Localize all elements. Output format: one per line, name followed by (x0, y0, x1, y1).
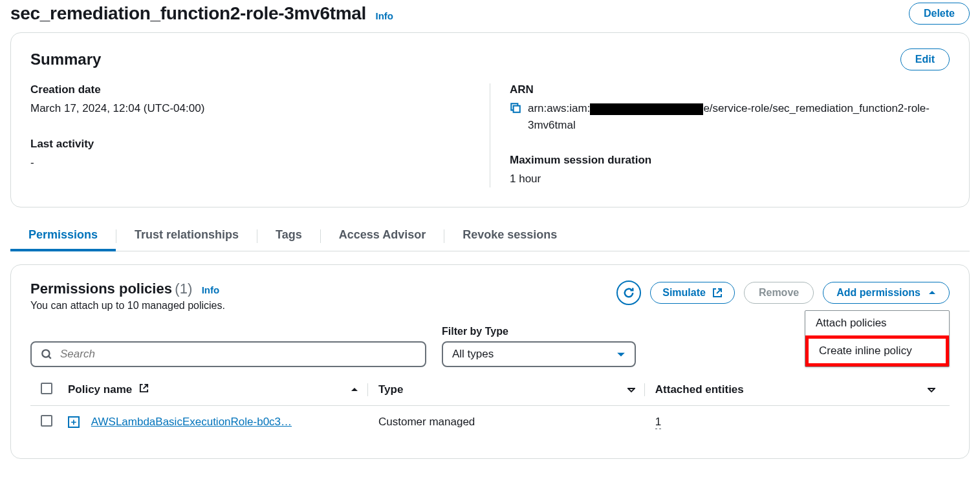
table-row: + AWSLambdaBasicExecutionRole-b0c3… Cust… (30, 405, 950, 439)
policy-link[interactable]: AWSLambdaBasicExecutionRole-b0c3… (91, 416, 292, 428)
row-type: Customer managed (373, 405, 650, 439)
caret-down-icon (616, 350, 626, 359)
summary-card: Summary Edit Creation date March 17, 202… (10, 32, 970, 207)
sort-icon (627, 386, 635, 394)
panel-info-link[interactable]: Info (202, 284, 220, 295)
row-entities: 1 (655, 416, 661, 429)
policies-table: Policy name Type Attached entities (30, 375, 950, 439)
creation-date-field: Creation date March 17, 2024, 12:04 (UTC… (30, 83, 470, 117)
svg-rect-0 (514, 106, 520, 112)
tab-tags[interactable]: Tags (257, 222, 320, 251)
col-entities[interactable]: Attached entities (650, 375, 950, 406)
col-checkbox (30, 375, 63, 406)
summary-left-col: Creation date March 17, 2024, 12:04 (UTC… (30, 83, 490, 187)
max-session-field: Maximum session duration 1 hour (510, 154, 950, 187)
expand-icon[interactable]: + (68, 416, 80, 428)
summary-grid: Creation date March 17, 2024, 12:04 (UTC… (30, 83, 950, 187)
creation-date-label: Creation date (30, 83, 470, 96)
max-session-label: Maximum session duration (510, 154, 950, 167)
info-link[interactable]: Info (376, 10, 394, 21)
creation-date-value: March 17, 2024, 12:04 (UTC-04:00) (30, 100, 470, 117)
add-permissions-button[interactable]: Add permissions (823, 282, 950, 304)
tab-advisor[interactable]: Access Advisor (321, 222, 444, 251)
panel-title-block: Permissions policies (1) Info You can at… (30, 281, 225, 312)
arn-field: ARN arn:aws:iam:e/service-role/sec_remed… (510, 83, 950, 133)
filter-type-col: Filter by Type All types (442, 326, 636, 367)
sort-icon (928, 386, 935, 394)
tab-trust[interactable]: Trust relationships (116, 222, 257, 251)
filter-type-value: All types (452, 348, 494, 361)
panel-description: You can attach up to 10 managed policies… (30, 300, 225, 312)
sort-asc-icon (351, 386, 358, 394)
panel-title: Permissions policies (30, 281, 172, 297)
last-activity-label: Last activity (30, 138, 470, 151)
permissions-panel: Permissions policies (1) Info You can at… (10, 264, 970, 459)
menu-create-inline-policy[interactable]: Create inline policy (805, 335, 949, 366)
copy-icon[interactable] (510, 102, 521, 114)
col-entities-label: Attached entities (655, 383, 744, 396)
actions-row: Simulate Remove Add permissions Attach p… (616, 281, 950, 305)
external-link-icon (712, 288, 723, 298)
add-permissions-menu: Attach policies Create inline policy (805, 310, 950, 367)
last-activity-value: - (30, 154, 470, 171)
simulate-button[interactable]: Simulate (650, 282, 735, 304)
row-checkbox[interactable] (41, 415, 52, 427)
remove-button[interactable]: Remove (744, 282, 814, 304)
edit-button[interactable]: Edit (900, 48, 950, 70)
panel-count: (1) (175, 281, 192, 297)
tab-permissions[interactable]: Permissions (10, 222, 116, 251)
page-title: sec_remediation_function2-role-3mv6tmal (10, 3, 366, 23)
refresh-button[interactable] (616, 281, 641, 305)
arn-value-row: arn:aws:iam:e/service-role/sec_remediati… (510, 100, 950, 133)
filter-type-label: Filter by Type (442, 326, 636, 337)
menu-attach-policies[interactable]: Attach policies (805, 311, 949, 335)
tab-revoke[interactable]: Revoke sessions (444, 222, 575, 251)
tabs: Permissions Trust relationships Tags Acc… (10, 222, 970, 251)
arn-prefix: arn:aws:iam: (528, 102, 590, 114)
col-policy-label: Policy name (68, 383, 132, 396)
search-box[interactable] (30, 341, 426, 367)
col-type[interactable]: Type (373, 375, 650, 406)
search-icon (41, 348, 52, 360)
page-header: sec_remediation_function2-role-3mv6tmal … (10, 0, 970, 32)
arn-redacted (590, 103, 703, 115)
search-input[interactable] (60, 348, 416, 361)
summary-right-col: ARN arn:aws:iam:e/service-role/sec_remed… (490, 83, 950, 187)
filter-type-select[interactable]: All types (442, 341, 636, 367)
page-title-block: sec_remediation_function2-role-3mv6tmal … (10, 3, 393, 24)
summary-title: Summary (30, 50, 101, 69)
last-activity-field: Last activity - (30, 138, 470, 171)
panel-header: Permissions policies (1) Info You can at… (30, 281, 950, 312)
arn-value: arn:aws:iam:e/service-role/sec_remediati… (528, 100, 950, 133)
col-type-label: Type (378, 383, 403, 396)
delete-button[interactable]: Delete (909, 3, 970, 25)
summary-header: Summary Edit (30, 48, 950, 70)
add-permissions-label: Add permissions (836, 287, 920, 299)
select-all-checkbox[interactable] (41, 383, 52, 394)
max-session-value: 1 hour (510, 171, 950, 187)
col-policy-name[interactable]: Policy name (63, 375, 373, 406)
simulate-label: Simulate (662, 287, 706, 299)
svg-point-1 (42, 350, 49, 357)
caret-up-icon (928, 289, 936, 297)
external-link-icon (139, 383, 149, 393)
arn-label: ARN (510, 83, 950, 96)
